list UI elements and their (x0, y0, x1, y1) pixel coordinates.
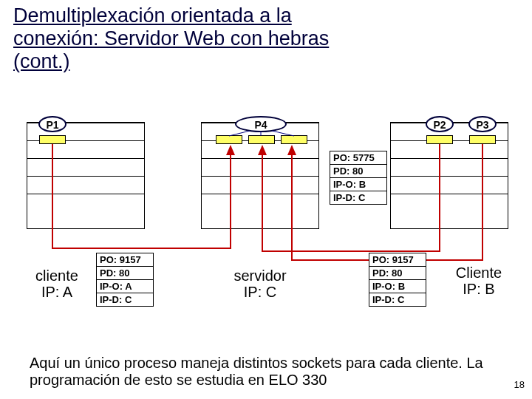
packet-mid-ipo: IP-O: B (330, 178, 386, 191)
packet-b-ipd: IP-D: C (369, 293, 426, 306)
socket-client-b-2 (469, 135, 496, 144)
label-client-b: Cliente IP: B (442, 265, 516, 297)
footnote: Aquí un único proceso maneja distintos s… (30, 355, 495, 389)
client-b-l1: Cliente (456, 265, 502, 281)
process-p3: P3 (468, 116, 497, 132)
packet-b-pd: PD: 80 (369, 267, 426, 280)
title-line-3: (cont.) (13, 50, 70, 72)
client-b-l2: IP: B (463, 281, 494, 297)
server-l1: servidor (233, 267, 286, 284)
socket-client-b-1 (426, 135, 453, 144)
packet-b-po: PO: 9157 (369, 253, 426, 267)
socket-server-1 (216, 135, 242, 144)
socket-client-a (39, 135, 66, 144)
packet-client-b: PO: 9157 PD: 80 IP-O: B IP-D: C (369, 253, 426, 307)
client-a-l2: IP: A (41, 284, 72, 300)
process-p4: P4 (235, 116, 287, 132)
packet-a-pd: PD: 80 (97, 267, 153, 280)
packet-a-ipd: IP-D: C (97, 293, 153, 306)
slide-title: Demultiplexación orientada a la conexión… (13, 4, 329, 73)
packet-mid-ipd: IP-D: C (330, 191, 386, 204)
packet-mid-pd: PD: 80 (330, 165, 386, 178)
process-p2-label: P2 (433, 119, 446, 131)
page-number: 18 (514, 379, 525, 390)
server-l2: IP: C (244, 284, 276, 300)
label-server: servidor IP: C (216, 267, 304, 300)
packet-server-mid: PO: 5775 PD: 80 IP-O: B IP-D: C (330, 151, 387, 205)
process-p2: P2 (426, 116, 454, 132)
packet-b-ipo: IP-O: B (369, 280, 426, 293)
packet-a-po: PO: 9157 (97, 253, 153, 267)
process-p1-label: P1 (46, 119, 58, 131)
title-line-2: conexión: Servidor Web con hebras (13, 27, 329, 50)
label-client-a: cliente IP: A (24, 267, 90, 300)
process-p3-label: P3 (476, 119, 488, 131)
packet-a-ipo: IP-O: A (97, 280, 153, 293)
socket-server-3 (281, 135, 307, 144)
socket-server-2 (248, 135, 275, 144)
title-line-1: Demultiplexación orientada a la (13, 4, 292, 27)
process-p4-label: P4 (254, 119, 267, 131)
process-p1: P1 (38, 116, 66, 132)
packet-client-a: PO: 9157 PD: 80 IP-O: A IP-D: C (96, 253, 154, 307)
client-a-l1: cliente (35, 267, 78, 284)
packet-mid-po: PO: 5775 (330, 151, 386, 165)
